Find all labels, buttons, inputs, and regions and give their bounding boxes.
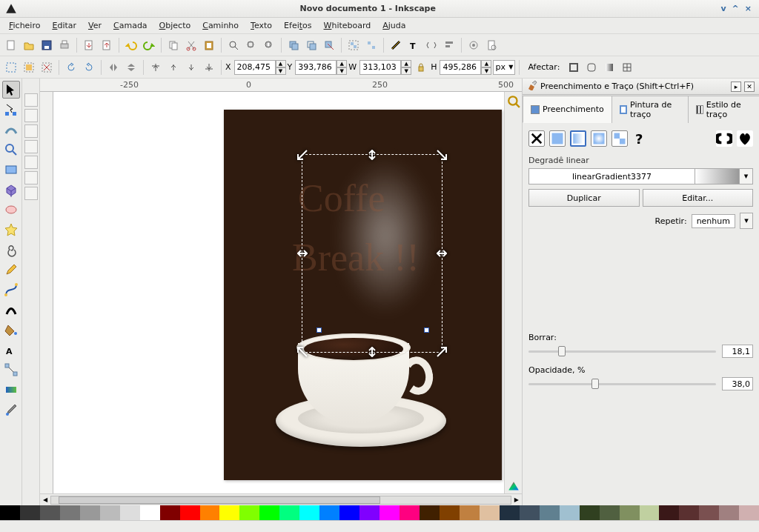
dropper-tool[interactable] — [2, 401, 20, 419]
affect-stroke-button[interactable] — [566, 59, 582, 76]
palette-swatch[interactable] — [140, 505, 160, 520]
paint-flat-button[interactable] — [549, 130, 566, 147]
menu-ver[interactable]: Ver — [82, 19, 107, 32]
gradient-dropdown[interactable]: ▾ — [740, 168, 753, 184]
palette-swatch[interactable] — [100, 505, 120, 520]
xml-editor-button[interactable] — [423, 37, 440, 53]
w-input[interactable] — [359, 60, 401, 75]
zoom-fit-button[interactable] — [225, 37, 242, 53]
affect-corners-button[interactable] — [583, 59, 600, 76]
menu-objecto[interactable]: Objecto — [153, 19, 197, 32]
snap-toggle-5[interactable] — [24, 156, 38, 169]
flip-v-button[interactable] — [123, 59, 139, 76]
lower-button[interactable] — [183, 59, 199, 76]
gradient-node-1[interactable] — [316, 327, 322, 333]
ungroup-button[interactable] — [363, 37, 380, 53]
palette-swatch[interactable] — [580, 505, 600, 520]
palette-swatch[interactable] — [699, 505, 719, 520]
import-button[interactable] — [81, 37, 97, 53]
snap-toggle-3[interactable] — [24, 124, 38, 138]
palette-swatch[interactable] — [80, 505, 100, 520]
palette-swatch[interactable] — [0, 505, 20, 520]
x-up[interactable]: ▲ — [276, 60, 286, 67]
palette-swatch[interactable] — [239, 505, 259, 520]
window-minimize-icon[interactable]: v — [720, 4, 726, 13]
paint-linear-button[interactable] — [570, 130, 586, 147]
menu-texto[interactable]: Texto — [245, 19, 278, 32]
lock-aspect-button[interactable] — [413, 59, 429, 76]
ellipse-tool[interactable] — [2, 201, 20, 219]
y-up[interactable]: ▲ — [337, 60, 347, 67]
redo-button[interactable] — [141, 37, 157, 53]
palette-swatch[interactable] — [600, 505, 620, 520]
blur-value[interactable] — [722, 345, 753, 358]
save-file-button[interactable] — [39, 37, 55, 53]
palette-swatch[interactable] — [120, 505, 140, 520]
palette-swatch[interactable] — [400, 505, 420, 520]
snap-toggle-1[interactable] — [24, 93, 38, 107]
y-down[interactable]: ▼ — [337, 67, 347, 75]
palette-swatch[interactable] — [359, 505, 380, 520]
star-tool[interactable] — [2, 221, 20, 239]
text-dialog-button[interactable]: T — [405, 37, 422, 53]
palette-swatch[interactable] — [279, 505, 299, 520]
menu-ajuda[interactable]: Ajuda — [377, 19, 411, 32]
palette-swatch[interactable] — [719, 505, 739, 520]
group-button[interactable] — [345, 37, 362, 53]
h-up[interactable]: ▲ — [481, 60, 491, 67]
raise-top-button[interactable] — [148, 59, 164, 76]
select-all-layer-button[interactable] — [3, 59, 19, 76]
palette-swatch[interactable] — [540, 505, 560, 520]
panel-iconify-button[interactable]: ▸ — [731, 82, 741, 92]
align-dialog-button[interactable] — [441, 37, 457, 53]
unit-select[interactable]: px ▼ — [493, 60, 515, 75]
paint-pattern-button[interactable] — [611, 130, 628, 147]
fill-stroke-button[interactable] — [388, 37, 404, 53]
raise-button[interactable] — [165, 59, 182, 76]
gradient-duplicate-button[interactable]: Duplicar — [528, 189, 640, 207]
spiral-tool[interactable] — [2, 241, 20, 259]
paint-radial-button[interactable] — [591, 130, 607, 147]
menu-editar[interactable]: Editar — [46, 19, 82, 32]
palette-swatch[interactable] — [659, 505, 679, 520]
palette-swatch[interactable] — [420, 505, 440, 520]
y-input[interactable] — [295, 60, 337, 75]
cut-button[interactable] — [183, 37, 199, 53]
window-close-icon[interactable]: × — [745, 4, 752, 13]
palette-swatch[interactable] — [219, 505, 239, 520]
palette-swatch[interactable] — [640, 505, 660, 520]
affect-gradient-button[interactable] — [601, 59, 617, 76]
palette-swatch[interactable] — [200, 505, 220, 520]
3dbox-tool[interactable] — [2, 181, 20, 199]
calligraphy-tool[interactable] — [2, 301, 20, 319]
repeat-dropdown[interactable]: ▾ — [740, 213, 753, 229]
snap-toggle-7[interactable] — [24, 187, 38, 200]
paste-button[interactable] — [201, 37, 217, 53]
menu-caminho[interactable]: Caminho — [196, 19, 245, 32]
gradient-tool[interactable] — [2, 381, 20, 399]
palette-swatch[interactable] — [620, 505, 640, 520]
gradient-name[interactable]: linearGradient3377 — [528, 168, 695, 184]
lower-bottom-button[interactable] — [201, 59, 217, 76]
w-up[interactable]: ▲ — [401, 60, 411, 67]
zoom-drawing-button[interactable] — [243, 37, 259, 53]
menu-efeitos[interactable]: Efeitos — [278, 19, 317, 32]
canvas-hscroll[interactable]: ◀ ▶ — [40, 493, 522, 505]
swatch-heart-icon[interactable] — [737, 130, 753, 147]
w-down[interactable]: ▼ — [401, 67, 411, 75]
repeat-value[interactable]: nenhum — [692, 214, 735, 228]
window-maximize-icon[interactable]: ^ — [732, 4, 739, 13]
select-all-button[interactable] — [21, 59, 37, 76]
h-down[interactable]: ▼ — [481, 67, 491, 75]
tab-stroke-paint[interactable]: Pintura de traço — [611, 96, 689, 123]
rotate-ccw-button[interactable] — [63, 59, 79, 76]
zoom-tool[interactable] — [2, 141, 20, 159]
text-tool[interactable]: A — [2, 341, 20, 359]
duplicate-button[interactable] — [285, 37, 302, 53]
blur-slider[interactable] — [558, 346, 566, 356]
paintbucket-tool[interactable] — [2, 321, 20, 339]
print-button[interactable] — [56, 37, 73, 53]
gradient-edit-button[interactable]: Editar... — [643, 189, 754, 207]
palette-swatch[interactable] — [480, 505, 500, 520]
panel-close-button[interactable]: ✕ — [744, 82, 755, 92]
